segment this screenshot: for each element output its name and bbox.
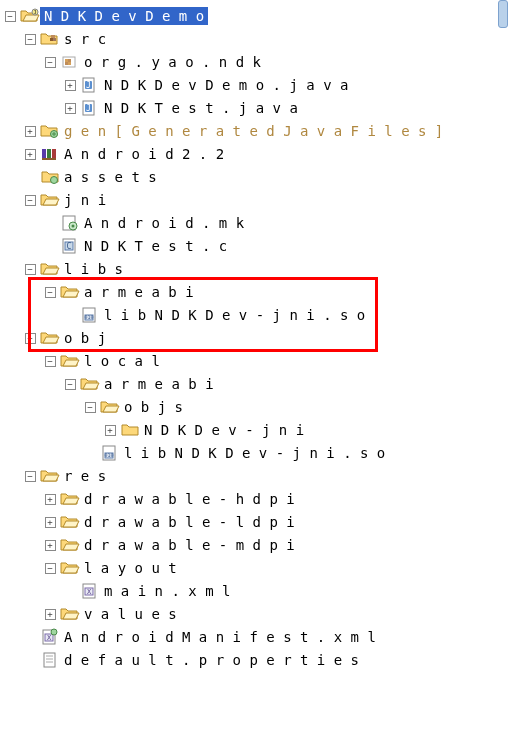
- tree-item-label: l i b N D K D e v - j n i . s o: [100, 306, 369, 324]
- svg-point-21: [51, 177, 58, 184]
- scrollbar[interactable]: [498, 0, 508, 28]
- tree-item-label: A n d r o i d . m k: [80, 214, 248, 232]
- tree-item[interactable]: −j n i: [0, 188, 510, 211]
- tree-item-label: v a l u e s: [80, 605, 181, 623]
- expand-icon[interactable]: +: [65, 103, 76, 114]
- bin-icon: 010: [81, 306, 99, 322]
- collapse-icon[interactable]: −: [25, 264, 36, 275]
- fld-open-icon: [61, 559, 79, 575]
- tree-item[interactable]: −JN D K D e v D e m o: [0, 4, 510, 27]
- xmla-icon: X: [41, 628, 59, 644]
- collapse-icon[interactable]: −: [25, 471, 36, 482]
- collapse-icon[interactable]: −: [85, 402, 96, 413]
- tree-item[interactable]: +d r a w a b l e - h d p i: [0, 487, 510, 510]
- expand-icon[interactable]: +: [45, 609, 56, 620]
- tree-item[interactable]: a s s e t s: [0, 165, 510, 188]
- tree-item[interactable]: −s r c: [0, 27, 510, 50]
- tree-item-label: o b j: [60, 329, 110, 347]
- tree-item-label: N D K D e v D e m o: [40, 7, 208, 25]
- fld-open-icon: [101, 398, 119, 414]
- tree-item-label: m a i n . x m l: [100, 582, 234, 600]
- fld-open-icon: [41, 467, 59, 483]
- tree-item-label: N D K T e s t . c: [80, 237, 231, 255]
- tree-item-label: g e n [ G e n e r a t e d J a v a F i l …: [60, 122, 447, 140]
- tree-item[interactable]: 010l i b N D K D e v - j n i . s o: [0, 441, 510, 464]
- collapse-icon[interactable]: −: [5, 11, 16, 22]
- collapse-icon[interactable]: −: [25, 333, 36, 344]
- expand-icon[interactable]: +: [45, 517, 56, 528]
- java-icon: J: [81, 76, 99, 92]
- tree-item-label: l i b s: [60, 260, 127, 278]
- svg-point-24: [72, 225, 75, 228]
- fld-open-icon: [41, 191, 59, 207]
- tree-item[interactable]: −r e s: [0, 464, 510, 487]
- tree-item-label: A n d r o i d M a n i f e s t . x m l: [60, 628, 380, 646]
- expand-icon[interactable]: +: [25, 126, 36, 137]
- fld-open-icon: [61, 490, 79, 506]
- expand-icon[interactable]: +: [45, 494, 56, 505]
- tree-item[interactable]: Xm a i n . x m l: [0, 579, 510, 602]
- tree-item[interactable]: −o r g . y a o . n d k: [0, 50, 510, 73]
- tree-item[interactable]: +v a l u e s: [0, 602, 510, 625]
- fld-open-icon: [61, 536, 79, 552]
- tree-item[interactable]: −o b j s: [0, 395, 510, 418]
- svg-rect-8: [65, 62, 68, 65]
- collapse-icon[interactable]: −: [45, 563, 56, 574]
- tree-item[interactable]: XA n d r o i d M a n i f e s t . x m l: [0, 625, 510, 648]
- svg-rect-9: [68, 62, 71, 65]
- tree-item-label: s r c: [60, 30, 110, 48]
- svg-text:J: J: [86, 81, 91, 90]
- tree-item[interactable]: −l i b s: [0, 257, 510, 280]
- java-icon: J: [81, 99, 99, 115]
- proj-open-icon: J: [21, 7, 39, 23]
- tree-item[interactable]: +d r a w a b l e - m d p i: [0, 533, 510, 556]
- expand-icon[interactable]: +: [65, 80, 76, 91]
- tree-item-label: a r m e a b i: [100, 375, 218, 393]
- svg-rect-3: [53, 38, 56, 41]
- file-icon: [41, 651, 59, 667]
- tree-item[interactable]: A n d r o i d . m k: [0, 211, 510, 234]
- collapse-icon[interactable]: −: [25, 195, 36, 206]
- tree-item-label: l o c a l: [80, 352, 164, 370]
- tree-item[interactable]: CN D K T e s t . c: [0, 234, 510, 257]
- expand-icon[interactable]: +: [105, 425, 116, 436]
- tree-item[interactable]: −a r m e a b i: [0, 372, 510, 395]
- fld-open-icon: [61, 605, 79, 621]
- tree-item-label: a r m e a b i: [80, 283, 198, 301]
- fld-open-icon: [61, 283, 79, 299]
- tree-item[interactable]: −l a y o u t: [0, 556, 510, 579]
- tree-item[interactable]: +A n d r o i d 2 . 2: [0, 142, 510, 165]
- collapse-icon[interactable]: −: [45, 57, 56, 68]
- svg-rect-7: [68, 59, 71, 62]
- tree-item[interactable]: +g e n [ G e n e r a t e d J a v a F i l…: [0, 119, 510, 142]
- tree-item-label: d r a w a b l e - l d p i: [80, 513, 299, 531]
- collapse-icon[interactable]: −: [45, 356, 56, 367]
- collapse-icon[interactable]: −: [65, 379, 76, 390]
- svg-text:J: J: [33, 9, 36, 15]
- tree-item[interactable]: 010l i b N D K D e v - j n i . s o: [0, 303, 510, 326]
- expand-icon[interactable]: +: [45, 540, 56, 551]
- fld-open-icon: [61, 352, 79, 368]
- tree-item-label: a s s e t s: [60, 168, 161, 186]
- svg-rect-6: [65, 59, 68, 62]
- tree-item-label: j n i: [60, 191, 110, 209]
- svg-rect-20: [42, 158, 56, 160]
- tree-item-label: l a y o u t: [80, 559, 181, 577]
- cfile-icon: C: [61, 237, 79, 253]
- tree-item[interactable]: −a r m e a b i: [0, 280, 510, 303]
- tree-item[interactable]: +N D K D e v - j n i: [0, 418, 510, 441]
- svg-point-40: [51, 629, 57, 635]
- collapse-icon[interactable]: −: [25, 34, 36, 45]
- tree-item[interactable]: +JN D K D e v D e m o . j a v a: [0, 73, 510, 96]
- tree-item[interactable]: +JN D K T e s t . j a v a: [0, 96, 510, 119]
- tree-item-label: N D K T e s t . j a v a: [100, 99, 302, 117]
- tree-item-label: d r a w a b l e - h d p i: [80, 490, 299, 508]
- collapse-icon[interactable]: −: [45, 287, 56, 298]
- tree-item[interactable]: +d r a w a b l e - l d p i: [0, 510, 510, 533]
- tree-item-label: d e f a u l t . p r o p e r t i e s: [60, 651, 363, 669]
- expand-icon[interactable]: +: [25, 149, 36, 160]
- tree-item[interactable]: d e f a u l t . p r o p e r t i e s: [0, 648, 510, 671]
- tree-item[interactable]: −l o c a l: [0, 349, 510, 372]
- svg-text:010: 010: [104, 452, 113, 458]
- tree-item[interactable]: −o b j: [0, 326, 510, 349]
